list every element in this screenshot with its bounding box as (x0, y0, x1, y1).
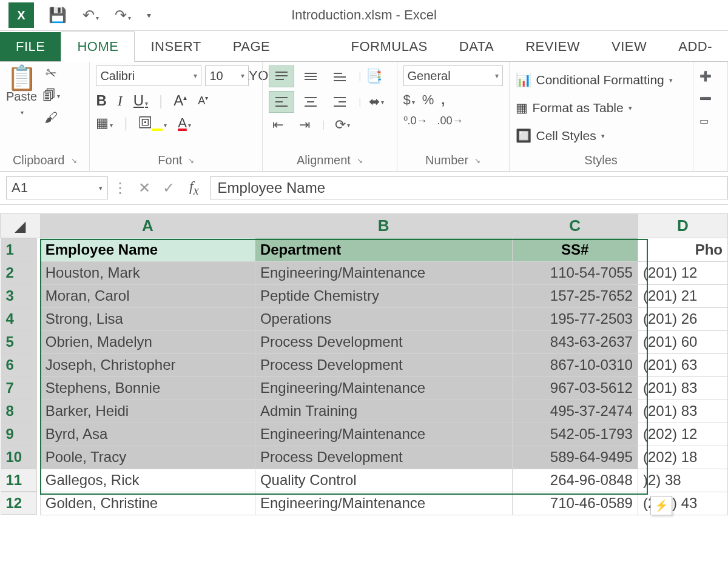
row-header[interactable]: 11 (1, 469, 37, 492)
cancel-formula-button[interactable]: ✕ (132, 179, 157, 196)
tab-home[interactable]: HOME (61, 32, 135, 62)
borders-button[interactable]: ▦▾ (96, 115, 113, 131)
percent-format-button[interactable]: % (422, 92, 434, 108)
tab-insert[interactable]: INSERT (135, 32, 217, 61)
align-left-button[interactable] (269, 91, 294, 113)
cell[interactable]: SS# (512, 238, 638, 262)
tab-formulas[interactable]: FORMULAS (335, 32, 443, 61)
cell[interactable]: Barker, Heidi (40, 400, 255, 423)
cell[interactable]: Process Development (255, 446, 512, 469)
tab-page-layout[interactable]: PAGE LAYOUT (217, 32, 335, 61)
cell[interactable]: (201) 21 (638, 284, 727, 307)
formula-input[interactable]: Employee Name (210, 176, 728, 199)
align-center-button[interactable] (298, 91, 323, 113)
col-header-a[interactable]: A (40, 214, 255, 238)
cell[interactable]: Byrd, Asa (40, 423, 255, 446)
tab-addins[interactable]: ADD- (662, 32, 728, 61)
cell[interactable]: Joseph, Christopher (40, 353, 255, 376)
cell[interactable]: Obrien, Madelyn (40, 330, 255, 353)
tab-data[interactable]: DATA (443, 32, 510, 61)
number-format-combo[interactable]: General▾ (403, 65, 503, 86)
cell[interactable]: 264-96-0848 (512, 469, 638, 492)
cell[interactable]: (202) 12 (638, 423, 727, 446)
decrease-font-icon[interactable]: A▾ (198, 95, 208, 107)
cell[interactable]: 110-54-7055 (512, 261, 638, 284)
save-icon[interactable]: 💾 (49, 7, 67, 24)
clipboard-launcher-icon[interactable]: ↘ (71, 156, 77, 165)
cell[interactable]: Engineering/Maintenance (255, 423, 512, 446)
row-header[interactable]: 5 (1, 330, 37, 353)
increase-font-icon[interactable]: A▴ (174, 92, 187, 109)
cut-icon[interactable]: ✂ (42, 65, 60, 82)
row-header[interactable]: 1 (1, 238, 37, 261)
cell[interactable]: Engineering/Maintenance (255, 261, 512, 284)
tab-view[interactable]: VIEW (596, 32, 662, 61)
cell[interactable]: (202) 18 (638, 446, 727, 469)
align-top-button[interactable] (269, 65, 294, 87)
cell[interactable]: Golden, Christine (40, 492, 255, 515)
row-header[interactable]: 7 (1, 376, 37, 400)
col-header-d[interactable]: D (638, 214, 727, 238)
cell[interactable]: Pho (638, 238, 727, 262)
row-header[interactable]: 6 (1, 353, 37, 376)
cell[interactable]: Houston, Mark (40, 261, 255, 284)
quick-analysis-icon[interactable]: ⚡ (650, 496, 672, 515)
italic-button[interactable]: I (118, 93, 123, 109)
cell[interactable]: Peptide Chemistry (255, 284, 512, 307)
number-launcher-icon[interactable]: ↘ (474, 156, 480, 165)
copy-icon[interactable]: 🗐▾ (42, 87, 60, 104)
decrease-decimal-button[interactable]: .00→ (437, 115, 463, 127)
worksheet[interactable]: ◢ A B C D 1 Employee Name Department SS#… (0, 213, 728, 515)
cell[interactable]: Process Development (255, 353, 512, 376)
qat-customize-icon[interactable]: ▾ (147, 10, 151, 20)
name-box[interactable]: A1▾ (6, 176, 108, 199)
cell[interactable]: (201) 60 (638, 330, 727, 353)
cell[interactable]: Moran, Carol (40, 284, 255, 307)
cell[interactable]: Employee Name (40, 238, 255, 262)
wrap-text-button[interactable]: 📑▾ (367, 68, 385, 85)
cell[interactable]: Gallegos, Rick (40, 469, 255, 492)
cell[interactable]: (201) 83 (638, 400, 727, 423)
tab-review[interactable]: REVIEW (510, 32, 596, 61)
accounting-format-button[interactable]: $▾ (403, 92, 415, 108)
format-painter-icon[interactable]: 🖌 (42, 109, 60, 126)
font-size-combo[interactable]: 10▾ (205, 65, 249, 86)
cell[interactable]: (201) 83 (638, 376, 727, 400)
grid[interactable]: ◢ A B C D 1 Employee Name Department SS#… (0, 213, 728, 515)
underline-button[interactable]: U▾ (133, 92, 148, 109)
cell[interactable]: 495-37-2474 (512, 400, 638, 423)
align-middle-button[interactable] (298, 65, 323, 87)
cell[interactable]: (201) 26 (638, 307, 727, 330)
cell[interactable]: 589-64-9495 (512, 446, 638, 469)
row-header[interactable]: 4 (1, 307, 37, 330)
row-header[interactable]: 8 (1, 400, 37, 423)
merge-center-button[interactable]: ⬌▾ (367, 93, 385, 110)
fill-color-button[interactable]: 🞖▾ (138, 115, 167, 131)
format-as-table-button[interactable]: ▦Format as Table▾ (516, 96, 687, 120)
cell[interactable]: 967-03-5612 (512, 376, 638, 400)
cell[interactable]: Engineering/Maintenance (255, 376, 512, 400)
cell[interactable]: (201) 63 (638, 353, 727, 376)
cell[interactable]: Strong, Lisa (40, 307, 255, 330)
font-color-button[interactable]: A▾ (178, 115, 191, 131)
decrease-indent-button[interactable]: ⇤ (269, 116, 287, 133)
undo-icon[interactable]: ↶▾ (83, 7, 99, 24)
cell[interactable]: 867-10-0310 (512, 353, 638, 376)
cell[interactable]: 843-63-2637 (512, 330, 638, 353)
cell[interactable]: Quality Control (255, 469, 512, 492)
delete-cells-icon[interactable]: ➖ (699, 93, 721, 104)
row-header[interactable]: 3 (1, 284, 37, 307)
enter-formula-button[interactable]: ✓ (157, 179, 181, 196)
font-name-combo[interactable]: Calibri▾ (96, 65, 201, 86)
cell[interactable]: Admin Training (255, 400, 512, 423)
format-cells-icon[interactable]: ▭ (699, 115, 721, 127)
cell[interactable]: Process Development (255, 330, 512, 353)
cell[interactable]: 542-05-1793 (512, 423, 638, 446)
excel-app-icon[interactable]: X (8, 2, 34, 28)
align-right-button[interactable] (327, 91, 352, 113)
cell-styles-button[interactable]: 🔲Cell Styles▾ (516, 124, 687, 148)
tab-file[interactable]: FILE (0, 32, 61, 61)
cell[interactable]: )2) 38 (638, 469, 727, 492)
increase-indent-button[interactable]: ⇥ (295, 116, 314, 133)
bold-button[interactable]: B (96, 92, 106, 109)
